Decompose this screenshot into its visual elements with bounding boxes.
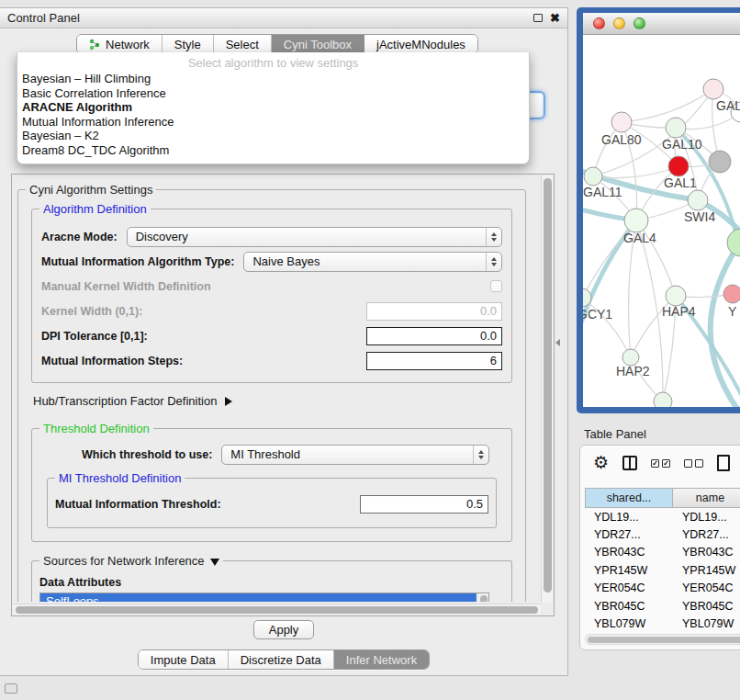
dropdown-item[interactable]: Mutual Information Inference [17,115,529,130]
scrollbar-thumb[interactable] [544,178,552,593]
dropdown-item[interactable]: Dream8 DC_TDC Algorithm [17,143,529,158]
which-threshold-select[interactable]: MI Threshold [221,445,489,465]
mi-threshold-definition-group: MI Threshold Definition Mutual Informati… [47,478,497,528]
tab-discretize-data-label: Discretize Data [241,653,321,667]
minimize-window-icon[interactable] [613,17,625,29]
control-panel-titlebar: Control Panel ✖ [0,8,567,28]
settings-vertical-scrollbar[interactable] [541,175,553,603]
network-node-gal4[interactable] [624,209,648,232]
control-panel: Control Panel ✖ Network Style Select Cyn… [0,7,568,676]
table-toolbar: ⚙ ✓✓ [580,446,740,477]
mi-algorithm-type-select[interactable]: Naive Bayes [243,252,502,272]
mi-threshold-label: Mutual Information Threshold: [55,498,221,511]
tab-infer-network[interactable]: Infer Network [334,650,429,669]
dropdown-item[interactable]: ARACNE Algorithm [17,100,529,115]
float-panel-icon[interactable] [533,14,543,22]
table-row[interactable]: YBR045CYBR045C9. [585,597,740,615]
table-row[interactable]: YPR145WYPR145W9. [585,561,740,579]
splitter-collapse-icon[interactable] [555,339,560,346]
mi-threshold-field[interactable]: 0.5 [360,495,488,514]
network-edge[interactable] [622,89,713,122]
column-layout-icon[interactable] [622,456,637,470]
tab-discretize-data[interactable]: Discretize Data [229,650,334,669]
data-attributes-list: SelfLoopsTopologicalCoefficientBetweenne… [39,593,489,602]
table-row[interactable]: YBR043CYBR043C [585,544,740,561]
network-node-gal1[interactable] [668,156,689,176]
hub-definition-expander[interactable]: Hub/Transcription Factor Definition [33,394,516,408]
deselect-all-checkboxes-icon[interactable] [684,459,703,468]
kernel-width-field[interactable]: 0.0 [366,302,502,321]
network-node-gal10[interactable] [666,118,686,138]
table-row[interactable]: YDR27...YDR27...12 [585,525,740,543]
unchecked-box-icon [684,459,692,468]
network-node-swi4[interactable] [688,190,708,210]
tab-network[interactable]: Network [77,35,163,53]
apply-button-label: Apply [269,623,299,637]
network-node-gal11[interactable] [584,167,602,186]
table-row[interactable]: YDL19...YDL19...13 [585,508,740,525]
network-node-hap4[interactable] [666,286,686,306]
network-node-label: HAP4 [662,304,696,319]
top-tab-bar: Network Style Select Cyni Toolbox jActiv… [0,34,555,54]
sources-expander[interactable]: Sources for Network Inference [39,554,223,568]
network-node-label: GAL4 [623,231,656,245]
table-row[interactable]: YER054CYER054C8. [585,580,740,597]
select-all-checkboxes-icon[interactable]: ✓✓ [651,459,670,468]
algorithm-dropdown-popup: Select algorithm to view settings Bayesi… [17,52,530,164]
dropdown-item[interactable]: Bayesian – Hill Climbing [17,72,529,86]
table-panel: Table Panel ⚙ ✓✓ shared...name YDL19...Y… [569,415,740,700]
network-node[interactable] [727,229,740,256]
network-node-y[interactable] [723,285,740,303]
tab-select[interactable]: Select [214,35,272,53]
table-cell: YDL19... [585,511,673,524]
network-window-titlebar[interactable] [583,13,740,35]
close-panel-icon[interactable]: ✖ [550,14,560,23]
tab-cyni-toolbox[interactable]: Cyni Toolbox [272,35,364,53]
network-canvas[interactable]: GALGAL80GAL10GAL1GAL11SWI4GAL4GCY1HAP4YH… [583,35,740,407]
close-window-icon[interactable] [593,17,605,29]
network-view-window: GALGAL80GAL10GAL1GAL11SWI4GAL4GCY1HAP4YH… [577,7,740,413]
aracne-mode-select[interactable]: Discovery [127,227,502,247]
restore-panel-icon[interactable] [5,683,17,694]
apply-button[interactable]: Apply [253,620,314,639]
table-column-header[interactable]: shared... [585,488,673,508]
network-graph[interactable]: GALGAL80GAL10GAL1GAL11SWI4GAL4GCY1HAP4YH… [583,35,740,407]
scrollbar-thumb[interactable] [16,606,538,614]
tab-style[interactable]: Style [163,35,214,53]
manual-kernel-width-checkbox[interactable] [490,280,502,292]
list-vertical-scrollbar[interactable] [477,593,488,602]
tab-jactivemnodules[interactable]: jActiveMNodules [364,35,477,53]
cyni-settings-scrollpane: Cyni Algorithm Settings Algorithm Defini… [11,174,555,616]
table-panel-title: Table Panel [584,427,646,441]
network-node-label: GAL10 [662,137,702,152]
dropdown-item[interactable]: Bayesian – K2 [17,129,529,143]
settings-horizontal-scrollbar[interactable] [13,604,541,615]
table-row[interactable]: YBL079WYBL079W [585,615,740,631]
network-node[interactable] [654,392,672,407]
table-horizontal-scrollbar[interactable] [585,634,740,645]
table-cell: YER054C [585,581,673,594]
table-settings-gear-icon[interactable]: ⚙ [593,456,609,470]
tab-style-label: Style [174,38,201,51]
scrollbar-thumb[interactable] [588,637,740,643]
attribute-list-item[interactable]: SelfLoops [40,593,477,602]
mi-algorithm-type-label: Mutual Information Algorithm Type: [41,255,234,268]
table-body: YDL19...YDL19...13YDR27...YDR27...12YBR0… [585,508,740,631]
zoom-window-icon[interactable] [633,17,645,29]
network-node-gal80[interactable] [611,112,632,132]
network-node[interactable] [709,151,731,173]
tab-impute-data[interactable]: Impute Data [139,650,229,669]
mi-steps-field[interactable]: 6 [366,352,502,370]
new-table-icon[interactable] [717,455,730,471]
network-node-gal[interactable] [703,79,723,99]
dropdown-placeholder: Select algorithm to view settings [17,54,529,72]
hub-definition-label: Hub/Transcription Factor Definition [33,394,217,408]
group-title: MI Threshold Definition [55,471,185,485]
dpi-tolerance-field[interactable]: 0.0 [366,327,502,345]
scrollbar-thumb[interactable] [480,595,488,602]
table-column-header[interactable]: name [673,488,740,508]
panel-title: Control Panel [7,11,80,25]
which-threshold-value: MI Threshold [222,447,473,461]
dropdown-item[interactable]: Basic Correlation Inference [17,86,529,101]
checked-box-icon: ✓ [662,459,670,468]
